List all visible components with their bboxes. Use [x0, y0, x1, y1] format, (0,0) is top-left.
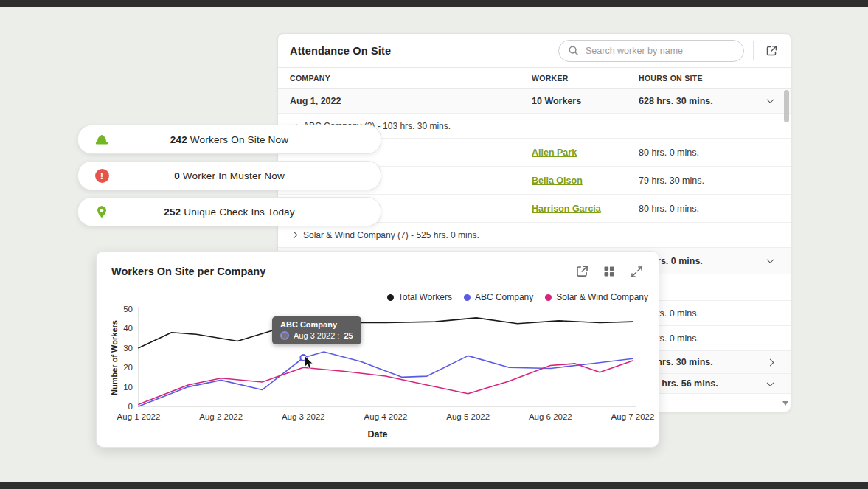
date-cell: Aug 1, 2022 — [278, 96, 521, 106]
tooltip-series-name: ABC Company — [280, 320, 353, 329]
y-tick-label: 40 — [123, 324, 133, 333]
table-row-company-group[interactable]: Solar & Wind Company (7) - 525 hrs. 0 mi… — [278, 223, 791, 248]
cursor-pointer-icon — [304, 356, 313, 370]
legend-label: Total Workers — [398, 292, 452, 302]
chevron-down-icon[interactable] — [766, 379, 774, 386]
chevron-down-icon[interactable] — [766, 256, 774, 263]
hours-cell: 79 hrs. 30 mins. — [628, 176, 758, 186]
window-top-bar — [0, 0, 868, 7]
legend-label: ABC Company — [475, 292, 533, 302]
x-tick-label: Aug 5 2022 — [446, 412, 490, 421]
expand-icon[interactable] — [628, 263, 645, 280]
legend-dot-icon — [464, 294, 471, 301]
search-input[interactable] — [584, 45, 735, 57]
y-tick-label: 20 — [123, 363, 133, 372]
stat-workers-in-muster: ! 0 Worker In Muster Now — [77, 161, 381, 190]
chart-title: Workers On Site per Company — [111, 266, 265, 277]
worker-link[interactable]: Bella Olson — [532, 176, 583, 186]
stat-unique-checkins: 252 Unique Check Ins Today — [77, 197, 381, 226]
stat-value: 242 — [170, 134, 187, 145]
legend-dot-icon — [387, 294, 394, 301]
legend-dot-icon — [545, 294, 552, 301]
stat-text: 252 Unique Check Ins Today — [78, 207, 381, 218]
worker-search-box[interactable] — [558, 40, 744, 62]
x-axis-label: Date — [97, 429, 659, 440]
grid-view-icon[interactable] — [600, 263, 618, 280]
hours-cell: 80 hrs. 0 mins. — [628, 148, 758, 158]
header-divider — [753, 41, 754, 60]
stat-text: 0 Worker In Muster Now — [78, 170, 381, 181]
alert-icon: ! — [94, 168, 109, 183]
stat-value: 252 — [164, 207, 181, 218]
x-tick-label: Aug 4 2022 — [364, 412, 408, 421]
table-row-date-summary[interactable]: Aug 1, 2022 10 Workers 628 hrs. 30 mins. — [278, 89, 791, 114]
attendance-title: Attendance On Site — [290, 45, 391, 57]
legend-item-total-workers[interactable]: Total Workers — [387, 292, 452, 302]
series-line-total-workers[interactable] — [139, 318, 633, 348]
location-pin-icon — [94, 204, 109, 219]
x-tick-label: Aug 3 2022 — [282, 412, 325, 421]
tooltip-marker-icon — [280, 331, 289, 340]
stat-workers-on-site: 242 Workers On Site Now — [77, 125, 381, 154]
workers-chart-panel: Workers On Site per Company — [96, 251, 659, 448]
column-company: COMPANY — [278, 74, 521, 83]
y-tick-label: 0 — [128, 402, 133, 411]
export-icon[interactable] — [573, 263, 591, 280]
scrollbar-down-arrow[interactable] — [782, 401, 788, 406]
table-header: COMPANY WORKER HOURS ON SITE — [278, 68, 791, 89]
y-tick-label: 50 — [123, 305, 133, 313]
series-line-abc-company[interactable] — [139, 352, 633, 406]
column-hours: HOURS ON SITE — [628, 74, 758, 83]
tooltip-label: Aug 3 2022 : — [294, 331, 339, 340]
stat-label: Unique Check Ins Today — [184, 207, 295, 218]
y-tick-label: 30 — [123, 344, 133, 353]
window-bottom-bar — [0, 482, 868, 489]
stat-text: 242 Workers On Site Now — [78, 134, 381, 145]
attendance-header: Attendance On Site — [278, 34, 791, 68]
hours-cell: 80 hrs. 0 mins. — [628, 204, 758, 214]
legend-label: Solar & Wind Company — [556, 292, 648, 302]
x-tick-label: Aug 7 2022 — [611, 412, 655, 421]
export-icon[interactable] — [763, 42, 780, 60]
company-group-label: Solar & Wind Company (7) - 525 hrs. 0 mi… — [303, 230, 479, 240]
x-tick-label: Aug 6 2022 — [529, 412, 572, 421]
chart-legend: Total WorkersABC CompanySolar & Wind Com… — [387, 292, 648, 302]
worker-link[interactable]: Allen Park — [532, 148, 577, 158]
y-axis-label: Number of Workers — [110, 306, 119, 409]
hours-cell: 628 hrs. 30 mins. — [628, 96, 758, 106]
hard-hat-icon — [94, 132, 109, 147]
line-chart[interactable]: 01020304050Aug 1 2022Aug 2 2022Aug 3 202… — [105, 303, 651, 432]
chevron-right-icon[interactable] — [291, 232, 298, 239]
x-tick-label: Aug 2 2022 — [199, 412, 243, 421]
stat-value: 0 — [174, 170, 180, 181]
search-icon — [568, 45, 579, 56]
legend-item-abc-company[interactable]: ABC Company — [464, 292, 533, 302]
workers-count-cell: 10 Workers — [521, 96, 628, 106]
stat-label: Worker In Muster Now — [183, 170, 285, 181]
y-tick-label: 10 — [123, 383, 133, 392]
chart-tooltip: ABC Company Aug 3 2022 : 25 — [272, 316, 361, 344]
stat-label: Workers On Site Now — [190, 134, 288, 145]
x-tick-label: Aug 1 2022 — [117, 412, 161, 421]
column-worker: WORKER — [521, 74, 628, 83]
scrollbar-thumb[interactable] — [784, 90, 789, 122]
worker-link[interactable]: Harrison Garcia — [532, 204, 601, 214]
chart-header: Workers On Site per Company — [97, 252, 659, 280]
chevron-right-icon[interactable] — [766, 358, 774, 366]
tooltip-value: 25 — [344, 331, 353, 340]
legend-item-solar-wind-company[interactable]: Solar & Wind Company — [545, 292, 648, 302]
chevron-down-icon[interactable] — [766, 96, 774, 103]
